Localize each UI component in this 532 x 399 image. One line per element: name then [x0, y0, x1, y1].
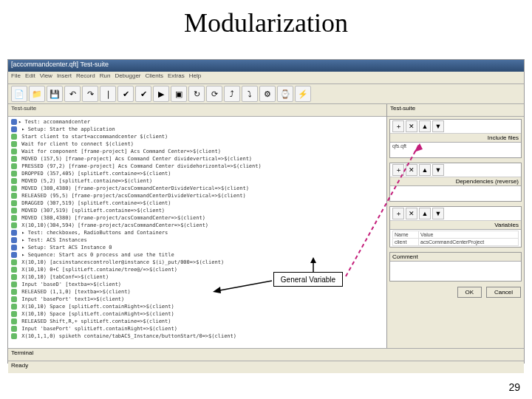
tree-row[interactable]: MOVED (307,519) [splitLeft.containe=>$(c… [11, 207, 383, 214]
tree-row[interactable]: X(10,10)(304,594) [frame-project/acsComm… [11, 222, 383, 229]
tree-row[interactable]: X(10,10) Space [splitLeft.containRight=>… [11, 310, 383, 318]
tree-row[interactable]: RELEASED (95,5) [frame-project/acsComman… [11, 192, 383, 200]
tree-row[interactable]: MOVED (157,5) [frame-project] Acs Comman… [11, 155, 383, 163]
toolbar-button-5[interactable]: ❘ [100, 86, 116, 102]
mini-tool-0[interactable]: ＋ [392, 164, 404, 176]
tree-label: Wait for component [frame-project] Acs C… [18, 149, 221, 154]
tree-icon [11, 141, 17, 147]
tree-row[interactable]: MOVED (380,4380) [frame-project/acsComma… [11, 214, 383, 222]
left-header: Test-suite [8, 104, 386, 117]
vars-h1: Value [419, 231, 519, 239]
deps-body[interactable] [390, 186, 521, 201]
menu-insert[interactable]: Insert [57, 72, 72, 79]
tree-icon [11, 178, 17, 184]
vars-name[interactable]: client [393, 239, 419, 246]
tree-row[interactable]: Start client to start=accommandcenter $(… [11, 133, 383, 140]
tree-icon [11, 126, 17, 132]
menu-clients[interactable]: Clients [146, 72, 163, 79]
tree-icon [11, 163, 17, 169]
toolbar-button-4[interactable]: ↷ [82, 86, 98, 102]
mini-tool-3[interactable]: ▼ [432, 120, 444, 132]
ok-button[interactable]: OK [457, 287, 482, 298]
callout-general-variable: General Variable [273, 272, 343, 287]
tree-icon [11, 230, 17, 236]
tree-label: Input 'baseD' [textba=>$(client) [18, 282, 121, 287]
include-body[interactable]: qfs.qft [390, 143, 521, 157]
toolbar-button-7[interactable]: ✔ [135, 86, 151, 102]
tree-row[interactable]: ▸ Test: ACS Instances [11, 236, 383, 244]
menu-debugger[interactable]: Debugger [115, 72, 140, 79]
tree-label: X(10,10) Space [splitLeft.containRight=>… [18, 311, 174, 317]
tree-label: ▸ Test: ACS Instances [18, 237, 87, 243]
tree-label: ▸ Setup: Start ACS Instance 0 [18, 245, 112, 250]
tree-row[interactable]: X(10,1,1,0) spiketh containe/tabACS_Inst… [11, 332, 383, 340]
tree-label: RELEASED Shift,R,+ splitLeft.containe=>$… [18, 318, 171, 324]
menu-help[interactable]: Help [189, 72, 201, 79]
tree-row[interactable]: ▸ Setup: Start ACS Instance 0 [11, 244, 383, 251]
toolbar-button-16[interactable]: ⚡ [295, 86, 311, 102]
tree-row[interactable]: ▸ Test: checkboxes, RadioButtons and Con… [11, 229, 383, 236]
tree-row[interactable]: DROPPED (357,405) [splitLeft.containe=>$… [11, 170, 383, 177]
cancel-button[interactable]: Cancel [486, 287, 521, 298]
menu-run[interactable]: Run [100, 72, 111, 79]
mini-tool-1[interactable]: ✕ [406, 164, 417, 176]
tree-row[interactable]: Input 'basePort' text1=>$(client) [11, 296, 383, 303]
toolbar-button-3[interactable]: ↶ [64, 86, 81, 102]
vars-value[interactable]: acsCommandCenterProject [419, 239, 519, 246]
toolbar-button-2[interactable]: 💾 [47, 86, 63, 102]
comment-panel: Comment [389, 252, 522, 282]
toolbar-button-8[interactable]: ▶ [153, 86, 169, 102]
menu-extras[interactable]: Extras [168, 72, 185, 79]
tree-icon [11, 149, 17, 154]
vars-table[interactable]: NameValue clientacsCommandCenterProject [392, 231, 519, 246]
test-tree[interactable]: ▸ Test: accommandcenter ▸ Setup: Start t… [8, 117, 386, 348]
deps-title: Dependencies (reverse) [390, 177, 521, 186]
toolbar-button-14[interactable]: ⚙ [259, 86, 276, 102]
comment-body[interactable] [390, 262, 521, 281]
tree-icon [11, 252, 17, 258]
tree-icon [11, 237, 17, 243]
tree-row[interactable]: DRAGGED (307,519) [splitLeft.containe=>$… [11, 200, 383, 207]
mini-tool-2[interactable]: ▲ [419, 208, 431, 219]
mini-tool-2[interactable]: ▲ [419, 164, 431, 176]
toolbar-button-15[interactable]: ⌚ [277, 86, 293, 102]
tree-row[interactable]: MOVED (5,2) [splitLeft.containe=>$(clien… [11, 177, 383, 185]
tree-row[interactable]: RELEASED (1,1,0) [textba=>$(client) [11, 288, 383, 296]
mini-tool-0[interactable]: ＋ [392, 120, 404, 132]
mini-tool-1[interactable]: ✕ [406, 208, 417, 219]
mini-tool-1[interactable]: ✕ [406, 120, 417, 132]
tree-row[interactable]: X(10,10) [acsinstancescontroller@instanc… [11, 259, 383, 266]
menu-edit[interactable]: Edit [25, 72, 35, 79]
tree-row[interactable]: ▸ Setup: Start the application [11, 126, 383, 133]
mini-tool-0[interactable]: ＋ [392, 208, 404, 219]
left-panel: Test-suite ▸ Test: accommandcenter ▸ Set… [8, 104, 387, 348]
tree-icon [11, 289, 17, 295]
mini-tool-3[interactable]: ▼ [432, 208, 444, 219]
tree-row[interactable]: PRESSED (97,2) [frame-project] Acs Comma… [11, 163, 383, 170]
toolbar-button-0[interactable]: 📄 [11, 86, 27, 102]
toolbar-button-6[interactable]: ✔ [117, 86, 134, 102]
tree-label: ▸ Sequence: Start acs 0 process and use … [18, 252, 174, 258]
menu-record[interactable]: Record [76, 72, 95, 79]
toolbar-button-12[interactable]: ⤴ [224, 86, 240, 102]
menu-bar[interactable]: FileEditViewInsertRecordRunDebuggerClien… [8, 72, 524, 84]
tree-row[interactable]: ▸ Sequence: Start acs 0 process and use … [11, 251, 383, 259]
mini-tool-2[interactable]: ▲ [419, 120, 431, 132]
menu-file[interactable]: File [11, 72, 21, 79]
tree-icon [11, 156, 17, 162]
tree-row[interactable]: X(10,10) Space [splitLeft.containRight=>… [11, 303, 383, 310]
toolbar-button-10[interactable]: ↻ [188, 86, 205, 102]
tree-row[interactable]: Wait for client to connect $(client) [11, 140, 383, 148]
toolbar-button-11[interactable]: ⟳ [206, 86, 222, 102]
toolbar-button-9[interactable]: ▣ [171, 86, 187, 102]
tree-row[interactable]: Wait for component [frame-project] Acs C… [11, 148, 383, 155]
toolbar-button-1[interactable]: 📁 [29, 86, 45, 102]
toolbar-button-13[interactable]: ⤵ [242, 86, 258, 102]
tree-row[interactable]: ▸ Test: accommandcenter [11, 118, 383, 126]
tree-label: Start client to start=accommandcenter $(… [18, 134, 168, 140]
mini-tool-3[interactable]: ▼ [432, 164, 444, 176]
menu-view[interactable]: View [40, 72, 52, 79]
tree-row[interactable]: Input 'basePort' splitLeft.containRight=… [11, 325, 383, 332]
tree-row[interactable]: MOVED (380,4380) [frame-project/acsComma… [11, 185, 383, 192]
tree-row[interactable]: RELEASED Shift,R,+ splitLeft.containe=>$… [11, 318, 383, 325]
